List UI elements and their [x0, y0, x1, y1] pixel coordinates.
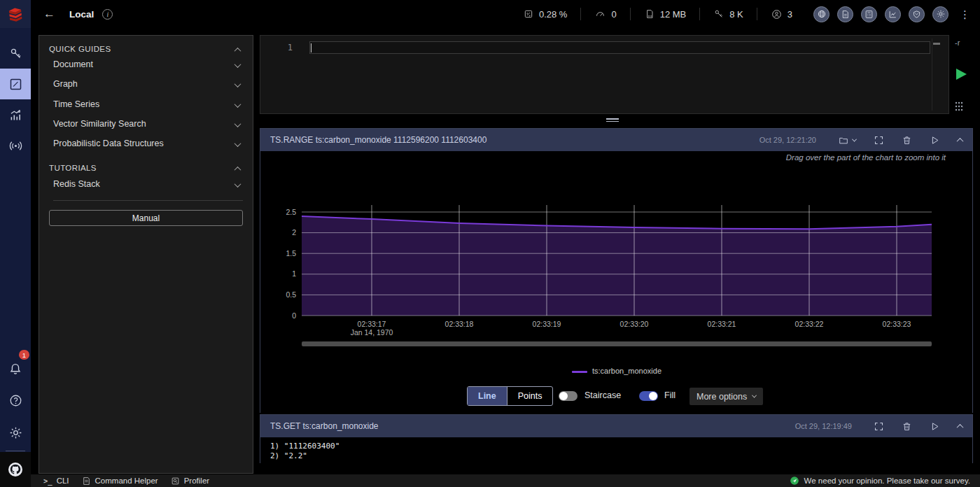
query-editor[interactable]: 1 — [260, 35, 949, 114]
result-card-ts-range: TS.RANGE ts:carbon_monoxide 1112596200 1… — [260, 128, 973, 413]
svg-text:02:33:20: 02:33:20 — [620, 320, 649, 328]
svg-text:2.5: 2.5 — [286, 208, 296, 216]
more-options-button[interactable]: More options — [690, 388, 763, 405]
command-output: 1) "1112603400" 2) "2.2" — [260, 437, 972, 464]
svg-text:Jan 14, 1970: Jan 14, 1970 — [351, 328, 393, 337]
run-query-button[interactable] — [952, 66, 969, 85]
staircase-toggle[interactable] — [559, 391, 578, 401]
metric-clients: 3 — [757, 8, 806, 20]
chevron-down-icon — [852, 136, 857, 141]
document-icon — [841, 10, 850, 19]
command-helper-button[interactable]: Command Helper — [82, 477, 158, 486]
guide-item-document[interactable]: Document — [39, 57, 253, 72]
pane-resize-handle[interactable] — [606, 117, 619, 122]
key-icon — [8, 46, 23, 61]
play-icon — [952, 66, 969, 83]
collapse-result-button[interactable] — [958, 138, 962, 143]
svg-text:02:33:21: 02:33:21 — [708, 320, 736, 328]
fullscreen-button[interactable] — [874, 421, 884, 432]
manual-button[interactable]: Manual — [49, 210, 243, 226]
redisinsight-window: ← Local i 0.28 % 0 — [0, 0, 980, 487]
svg-text:1.5: 1.5 — [286, 249, 296, 257]
kebab-menu-icon[interactable]: ⋮ — [960, 9, 970, 20]
chevron-down-icon — [235, 137, 240, 150]
sidebar-item-help[interactable] — [0, 385, 31, 416]
sidebar-item-github[interactable] — [0, 452, 31, 487]
sidebar-item-analytics[interactable] — [0, 99, 31, 130]
view-selector-button[interactable] — [838, 135, 856, 146]
chevron-up-icon — [957, 137, 964, 144]
gear-icon — [936, 9, 946, 19]
sidebar-item-notifications[interactable]: 1 — [0, 354, 31, 385]
shield-icon — [912, 10, 921, 19]
guide-item-probabilistic-data-structures[interactable]: Probabilistic Data Structures — [39, 136, 253, 151]
delete-result-button[interactable] — [902, 421, 912, 432]
help-icon — [8, 393, 23, 408]
sidebar-item-settings[interactable] — [0, 417, 31, 448]
editor-rail: -r — [952, 35, 976, 119]
time-series-chart[interactable]: Drag over the part of the chart to zoom … — [260, 151, 972, 414]
chart-button[interactable] — [885, 6, 901, 22]
survey-link[interactable]: We need your opinion. Please take our su… — [790, 476, 970, 486]
collapse-result-button[interactable] — [958, 424, 962, 429]
rerun-command-button[interactable] — [930, 135, 940, 146]
line-mode-button[interactable]: Line — [468, 387, 507, 405]
section-quick-guides[interactable]: QUICK GUIDES — [39, 41, 253, 57]
bell-icon — [8, 362, 23, 377]
cli-button[interactable]: >_ CLI — [43, 477, 69, 485]
rerun-command-button[interactable] — [930, 421, 940, 432]
guide-item-time-series[interactable]: Time Series — [39, 97, 253, 112]
chart-icon — [888, 10, 897, 19]
redis-logo[interactable] — [0, 0, 31, 28]
expand-icon — [874, 135, 884, 146]
editor-minimap[interactable] — [932, 38, 941, 111]
result-header[interactable]: TS.RANGE ts:carbon_monoxide 1112596200 1… — [260, 129, 972, 151]
tutorial-item-redis-stack[interactable]: Redis Stack — [39, 176, 253, 192]
shield-button[interactable] — [909, 6, 925, 22]
delete-result-button[interactable] — [902, 135, 912, 146]
enablement-panel: QUICK GUIDES Document Graph Time Series … — [38, 35, 253, 474]
execution-time: Oct 29, 12:19:49 — [795, 422, 852, 430]
legend-swatch — [572, 371, 587, 373]
sidebar-item-pubsub[interactable] — [0, 130, 31, 161]
guide-item-vector-similarity-search[interactable]: Vector Similarity Search — [39, 116, 253, 132]
info-icon[interactable]: i — [102, 9, 113, 20]
drag-handle-icon[interactable] — [953, 101, 965, 115]
svg-text:1: 1 — [292, 269, 296, 278]
settings-button[interactable] — [932, 6, 948, 22]
chart-legend[interactable]: ts:carbon_monoxide — [302, 367, 932, 375]
metric-commands: 0 — [581, 8, 629, 20]
chevron-down-icon — [235, 118, 240, 130]
sidebar-item-browser[interactable] — [0, 38, 31, 69]
database-title: Local — [69, 9, 94, 20]
editor-current-line[interactable] — [309, 41, 930, 54]
profiler-button[interactable]: Profiler — [171, 477, 209, 486]
section-tutorials[interactable]: TUTORIALS — [39, 160, 253, 176]
area-chart-canvas[interactable]: 00.511.522.502:33:17Jan 14, 197002:33:18… — [260, 151, 974, 337]
key-icon — [713, 8, 724, 20]
back-button[interactable]: ← — [43, 7, 55, 21]
raw-mode-flag: -r — [955, 38, 960, 47]
trash-icon — [902, 421, 912, 432]
survey-icon — [790, 476, 799, 486]
sidebar-item-workbench[interactable] — [0, 69, 31, 99]
fullscreen-button[interactable] — [874, 135, 884, 146]
result-header[interactable]: TS.GET ts:carbon_monoxide Oct 29, 12:19:… — [260, 415, 972, 437]
keypad-button[interactable] — [861, 6, 877, 22]
fill-label: Fill — [664, 390, 676, 400]
guide-item-graph[interactable]: Graph — [39, 76, 253, 92]
memory-card-icon — [644, 8, 655, 20]
fill-toggle[interactable] — [639, 391, 658, 401]
globe-button[interactable] — [813, 6, 830, 22]
svg-text:02:33:17: 02:33:17 — [358, 320, 386, 328]
points-mode-button[interactable]: Points — [507, 387, 553, 405]
metric-cpu: 0.28 % — [510, 8, 580, 20]
legend-label: ts:carbon_monoxide — [592, 367, 662, 375]
chevron-up-icon — [235, 162, 240, 174]
chart-scrollbar[interactable] — [302, 341, 932, 346]
svg-text:0.5: 0.5 — [286, 290, 296, 299]
globe-icon — [817, 9, 827, 19]
chevron-down-icon — [235, 178, 240, 190]
document-button[interactable] — [837, 6, 853, 22]
result-card-ts-get: TS.GET ts:carbon_monoxide Oct 29, 12:19:… — [260, 414, 973, 463]
